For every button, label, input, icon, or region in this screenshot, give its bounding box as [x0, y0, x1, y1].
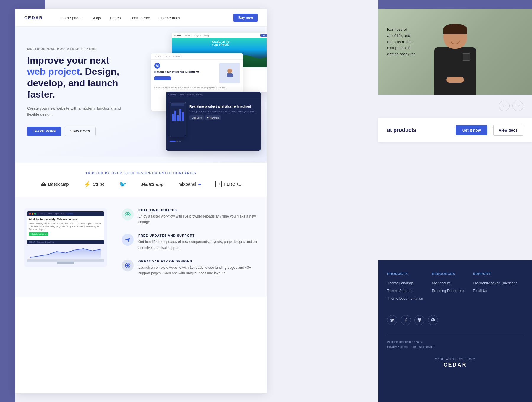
dot-2 — [179, 141, 181, 142]
footer-my-account-link[interactable]: My Account — [432, 281, 450, 285]
nav-ecommerce[interactable]: Ecommerce — [129, 16, 150, 20]
nav-pages[interactable]: Pages — [110, 16, 121, 20]
person-hands — [446, 77, 464, 83]
hero-heading-highlight: web project — [27, 66, 80, 77]
mockup-phone — [170, 102, 186, 137]
overlay-text-4: exceptions life — [387, 45, 446, 51]
laptop-screen: CEDAR Home Pages Blog Themes Work better… — [27, 211, 104, 259]
person-card: leanness of an of life, and en to us rus… — [378, 9, 532, 95]
nav-home-pages[interactable]: Home pages — [61, 16, 82, 20]
mockup-mid-desc-text: Rather the meanness approach to life, it… — [154, 86, 240, 89]
app-store-btn[interactable]: App Store — [189, 115, 204, 120]
shirt-pocket — [463, 53, 470, 61]
twitter-bird-icon: 🐦 — [119, 181, 126, 188]
svg-marker-3 — [125, 238, 130, 242]
facebook-icon-svg — [404, 318, 408, 322]
twitter-social-icon[interactable] — [387, 315, 397, 325]
laptop-inner-mockup: CEDAR Dashboard • Analytics — [27, 240, 104, 259]
mockup-bottom: CEDAR Home • Features • Pricing — [166, 92, 261, 151]
overlay-text-5: getting ready for — [387, 51, 446, 57]
mockup-mid-header: CEDAR Home Features — [151, 53, 243, 60]
laptop-screen-body: Work better remotely. Release on time. D… — [27, 216, 104, 238]
overlay-text-2: an of life, and — [387, 33, 446, 39]
feature-desc-1: Enjoy a faster workflow with live browse… — [138, 214, 258, 225]
feature-icon-3 — [122, 260, 134, 271]
laptop-cta-btn[interactable]: Get started now — [29, 232, 48, 236]
logos-row: ⛰ Basecamp ⚡ Stripe 🐦 MailChimp mixpanel… — [27, 181, 255, 188]
footer-theme-docs-link[interactable]: Theme Documentation — [387, 296, 423, 301]
dribbble-social-icon[interactable] — [428, 315, 438, 325]
footer-support-links: Frequently Asked Questions Email Us — [473, 280, 517, 293]
mixpanel-dots: ●●● — [198, 183, 201, 186]
feature-item-3: GREAT VARIETY OF DESIGNS Launch a comple… — [122, 260, 258, 276]
feature-item-1: REAL TIME UPDATES Enjoy a faster workflo… — [122, 208, 258, 225]
logo-stripe: ⚡ Stripe — [84, 181, 105, 188]
nav-blogs[interactable]: Blogs — [91, 16, 101, 20]
footer-theme-support-link[interactable]: Theme Support — [387, 289, 412, 293]
basecamp-icon: ⛰ — [40, 181, 46, 188]
cta-view-docs-button[interactable]: View docs — [493, 125, 523, 136]
phone-chart — [171, 109, 184, 121]
get-it-now-button[interactable]: Get it now — [456, 125, 487, 135]
logo-twitter: 🐦 — [119, 181, 126, 188]
inner-brand: CEDAR — [29, 241, 35, 243]
person-hair — [443, 24, 467, 34]
footer-theme-landings-link[interactable]: Theme Landings — [387, 281, 413, 285]
brand-logo[interactable]: CEDAR — [24, 15, 43, 20]
nav-theme-docs[interactable]: Theme docs — [159, 16, 180, 20]
footer-col-resources: RESOURCES My Account Branding Resources — [432, 272, 464, 303]
feature-desc-3: Launch a complete website with 10 ready … — [138, 265, 258, 276]
footer-email-link[interactable]: Email Us — [473, 289, 487, 293]
mockup-mid-nav1: Home — [165, 55, 171, 57]
mockup-mid-tag: AI — [154, 63, 160, 69]
bar-2 — [174, 111, 176, 121]
facebook-social-icon[interactable] — [401, 315, 411, 325]
dot-yellow — [32, 213, 33, 215]
dot-1 — [176, 141, 178, 142]
bg-purple-left — [15, 0, 45, 9]
feature-icon-1 — [122, 208, 134, 220]
mockup-top-navbar: CEDAR Home Pages Blog Buy — [172, 33, 267, 38]
buy-now-button[interactable]: Buy now — [233, 14, 258, 22]
main-content-panel: CEDAR Home pages Blogs Pages Ecommerce T… — [15, 9, 267, 393]
footer-resources-links: My Account Branding Resources — [432, 280, 464, 293]
bar-5 — [182, 112, 184, 121]
prev-arrow-button[interactable]: ← — [499, 100, 510, 111]
app-store-buttons: App Store ▶ Play Store — [189, 115, 257, 120]
laptop-screen-title: Work better remotely. Release on time. — [29, 218, 102, 221]
mockup-mid-nav2: Features — [173, 55, 181, 57]
footer-products-heading: PRODUCTS — [387, 272, 423, 275]
footer-faq-link[interactable]: Frequently Asked Questions — [473, 281, 517, 285]
send-icon — [124, 236, 131, 243]
footer-support-heading: SUPPORT — [473, 272, 517, 275]
footer-branding-link[interactable]: Branding Resources — [432, 289, 464, 293]
hero-heading: Improve your next web project. Design, d… — [27, 55, 128, 100]
github-social-icon[interactable] — [414, 315, 424, 325]
view-docs-button[interactable]: VIEW DOCS — [65, 127, 96, 136]
cta-bar: at products Get it now View docs — [378, 118, 532, 142]
mockup-mid-text: AI Manage your enterprise AI platform — [154, 63, 216, 83]
svg-point-5 — [126, 264, 129, 267]
laptop-url-bar: CEDAR — [39, 213, 45, 215]
svg-point-1 — [227, 69, 232, 73]
mockup-bottom-nav: Home • Features • Pricing — [179, 94, 202, 96]
laptop-screen-header: CEDAR Home Pages Blog Themes — [27, 211, 104, 216]
person-smile — [451, 41, 460, 44]
heroku-label: HEROKU — [223, 182, 241, 187]
feature-content-3: GREAT VARIETY OF DESIGNS Launch a comple… — [138, 260, 258, 276]
feature-title-1: REAL TIME UPDATES — [138, 208, 258, 212]
google-play-btn[interactable]: ▶ Play Store — [205, 115, 221, 120]
mockup-mid-cta — [154, 76, 171, 80]
learn-more-button[interactable]: LEARN MORE — [27, 127, 61, 136]
svg-rect-2 — [227, 73, 233, 77]
footer-terms-link[interactable]: Terms of service — [413, 345, 434, 348]
footer-col-support: SUPPORT Frequently Asked Questions Email… — [473, 272, 517, 303]
footer-legal-links: Privacy & terms Terms of service — [387, 345, 523, 348]
person-at-desk-icon — [222, 66, 237, 80]
dot-red — [29, 213, 31, 215]
next-arrow-button[interactable]: → — [512, 100, 523, 111]
logo-mixpanel: mixpanel ●●● — [178, 182, 200, 187]
bar-3 — [177, 115, 179, 121]
mockup-nav-item1: Home — [185, 34, 191, 36]
footer-privacy-link[interactable]: Privacy & terms — [387, 345, 408, 348]
